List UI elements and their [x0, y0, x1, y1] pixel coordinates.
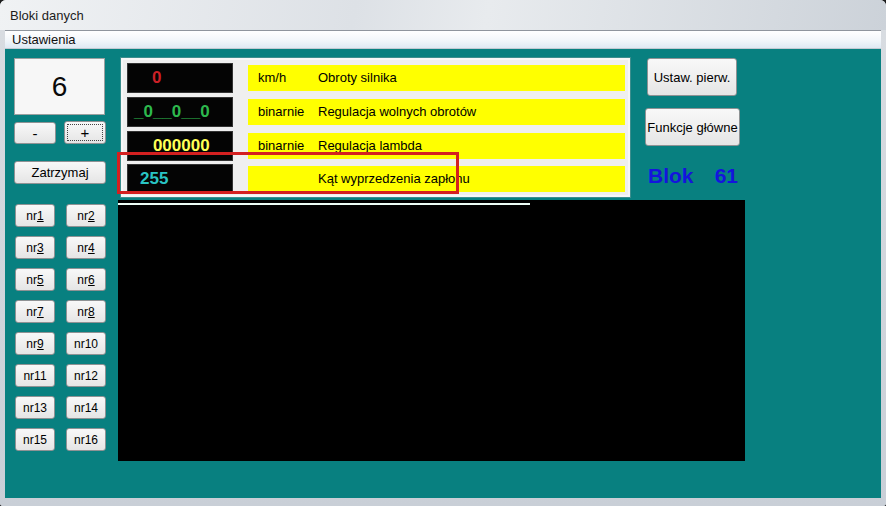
nr6-button[interactable]: nr 6 — [66, 268, 106, 291]
decrement-button[interactable]: - — [14, 122, 56, 144]
unit-label-1: km/h — [258, 65, 286, 91]
increment-button[interactable]: + — [64, 121, 106, 144]
stop-button[interactable]: Zatrzymaj — [14, 161, 106, 184]
nr13-button[interactable]: nr13 — [15, 396, 55, 419]
nr3-button[interactable]: nr 3 — [15, 236, 55, 259]
initial-settings-button[interactable]: Ustaw. pierw. — [647, 58, 737, 96]
nr11-button[interactable]: nr11 — [15, 364, 55, 387]
title-bar: Bloki danych — [0, 0, 886, 30]
label-strip-3: binarnie Regulacja lambda — [248, 133, 625, 159]
block-label: Blok — [648, 164, 694, 188]
lcd-value-1: 0 — [127, 63, 233, 93]
description-label-1: Obroty silnika — [318, 65, 397, 91]
label-strip-1: km/h Obroty silnika — [248, 65, 625, 91]
nr8-button[interactable]: nr 8 — [66, 300, 106, 323]
nr4-button[interactable]: nr 4 — [66, 236, 106, 259]
lcd-value-4: 255 — [127, 164, 233, 194]
measurement-panel: 0 km/h Obroty silnika _0__0__0 binarnie … — [121, 58, 630, 197]
block-number-display: 6 — [14, 58, 105, 115]
menu-bar: Ustawienia — [5, 30, 881, 49]
label-strip-4: Kąt wyprzedzenia zapłonu — [248, 166, 625, 192]
client-area: 6 - + Zatrzymaj nr 1 nr 2 nr 3 nr 4 nr 5… — [5, 49, 881, 498]
nr15-button[interactable]: nr15 — [15, 428, 55, 451]
label-strip-2: binarnie Regulacja wolnych obrotów — [248, 99, 625, 125]
unit-label-3: binarnie — [258, 133, 304, 159]
lcd-value-2: _0__0__0 — [127, 97, 233, 127]
block-indicator: Blok 61 — [648, 164, 738, 188]
nr7-button[interactable]: nr 7 — [15, 300, 55, 323]
nr9-button[interactable]: nr 9 — [15, 332, 55, 355]
description-label-3: Regulacja lambda — [318, 133, 422, 159]
nr14-button[interactable]: nr14 — [66, 396, 106, 419]
block-select-grid: nr 1 nr 2 nr 3 nr 4 nr 5 nr 6 nr 7 nr 8 … — [15, 204, 106, 451]
nr1-button[interactable]: nr 1 — [15, 204, 55, 227]
nr2-button[interactable]: nr 2 — [66, 204, 106, 227]
description-label-2: Regulacja wolnych obrotów — [318, 99, 476, 125]
nr10-button[interactable]: nr10 — [66, 332, 106, 355]
nr12-button[interactable]: nr12 — [66, 364, 106, 387]
description-label-4: Kąt wyprzedzenia zapłonu — [318, 166, 470, 192]
graph-trace-line — [118, 203, 530, 205]
app-window: Bloki danych Ustawienia 6 - + Zatrzymaj … — [0, 0, 886, 506]
menu-item-ustawienia[interactable]: Ustawienia — [5, 31, 83, 48]
graph-area — [118, 200, 745, 461]
block-value: 61 — [715, 164, 738, 188]
main-functions-button[interactable]: Funkcje główne — [645, 108, 740, 146]
nr5-button[interactable]: nr 5 — [15, 268, 55, 291]
unit-label-2: binarnie — [258, 99, 304, 125]
window-frame: Ustawienia 6 - + Zatrzymaj nr 1 nr 2 nr … — [0, 30, 886, 506]
nr16-button[interactable]: nr16 — [66, 428, 106, 451]
window-title: Bloki danych — [10, 8, 84, 23]
lcd-value-3: __000000 — [127, 131, 233, 161]
